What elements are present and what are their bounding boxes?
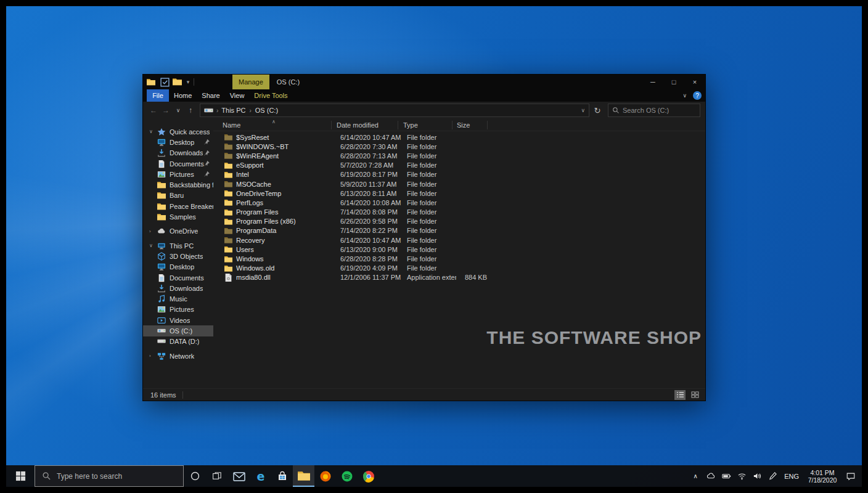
language-indicator[interactable]: ENG [783,473,800,480]
column-header-type[interactable]: Type [398,121,452,129]
file-name: eSupport [236,161,335,169]
sidebar-item-videos[interactable]: Videos [143,315,213,325]
sidebar-item-documents[interactable]: Documents [143,272,213,283]
taskbar-app-store[interactable] [271,465,293,487]
sidebar-item-desktop[interactable]: Desktop [143,262,213,272]
maximize-button[interactable]: □ [663,75,684,89]
qat-properties-button[interactable] [160,78,170,87]
tray-wifi-icon[interactable] [737,471,747,481]
tab-drive-tools[interactable]: Drive Tools [249,89,292,102]
explorer-search-input[interactable] [623,107,696,114]
tray-volume-icon[interactable] [752,471,762,481]
taskbar-app-firefox[interactable] [314,465,336,487]
help-button[interactable]: ? [693,91,702,100]
large-icons-view-button[interactable] [689,390,700,400]
file-row[interactable]: PerfLogs6/14/2020 10:08 AMFile folder [213,198,705,207]
breadcrumb-segment[interactable]: This PC [221,107,245,114]
tab-home[interactable]: Home [169,89,197,102]
sidebar-item-3d-objects[interactable]: 3D Objects [143,251,213,261]
taskbar-app-chrome[interactable] [358,465,379,487]
contextual-tab-header[interactable]: Manage [232,75,269,89]
folder-icon [157,213,166,221]
sidebar-item-this-pc[interactable]: ∨This PC [143,240,213,251]
chevron-down-icon[interactable]: ∨ [149,129,157,134]
chevron-down-icon[interactable]: ∨ [149,243,157,248]
sidebar-item-pictures[interactable]: Pictures [143,169,213,179]
file-row[interactable]: Windows.old6/19/2020 4:09 PMFile folder [213,264,705,273]
back-button[interactable]: ← [148,104,159,116]
taskbar-search-input[interactable] [57,472,176,481]
tray-onedrive-cloud-icon[interactable] [706,471,716,481]
file-row[interactable]: OneDriveTemp6/13/2020 8:11 AMFile folder [213,189,705,198]
file-row[interactable]: Windows6/28/2020 8:28 PMFile folder [213,254,705,263]
sidebar-item-backstabbing-for-be[interactable]: Backstabbing for Be... [143,179,213,190]
sidebar-item-desktop[interactable]: Desktop [143,137,213,147]
breadcrumb-chevron-icon[interactable]: › [216,107,218,114]
file-type: File folder [402,227,456,234]
file-row[interactable]: Program Files (x86)6/26/2020 9:58 PMFile… [213,217,705,226]
sidebar-item-peace-breaker-2017[interactable]: Peace Breaker (2017... [143,201,213,211]
refresh-button[interactable]: ↻ [591,104,604,117]
sort-ascending-icon[interactable]: ∧ [272,119,276,124]
explorer-search-box[interactable] [608,104,700,117]
qat-new-folder-button[interactable] [173,78,182,87]
file-row[interactable]: msdia80.dll12/1/2006 11:37 PMApplication… [213,273,705,282]
file-row[interactable]: Program Files7/14/2020 8:08 PMFile folde… [213,208,705,217]
taskbar-clock[interactable]: 4:01 PM 7/18/2020 [806,469,839,484]
chevron-right-icon[interactable]: › [149,353,157,359]
tab-file[interactable]: File [147,89,169,102]
breadcrumb-segment[interactable]: OS (C:) [255,107,278,114]
taskbar-search-box[interactable] [35,465,184,487]
sidebar-item-baru[interactable]: Baru [143,190,213,201]
address-bar[interactable]: › This PC›OS (C:) ∨ [200,104,589,117]
taskbar-app-edge[interactable]: e [250,465,271,487]
breadcrumb-chevron-icon[interactable]: › [249,107,251,114]
tray-chevron-up-icon[interactable]: ∧ [690,471,700,481]
tray-pen-icon[interactable] [768,471,777,481]
file-row[interactable]: $WINDOWS.~BT6/28/2020 7:30 AMFile folder [213,142,705,151]
chevron-right-icon[interactable]: › [149,229,157,234]
sidebar-item-documents[interactable]: Documents [143,158,213,169]
file-row[interactable]: MSOCache5/9/2020 11:37 AMFile folder [213,179,705,189]
recent-locations-button[interactable]: ∨ [173,104,184,116]
column-header-date-modified[interactable]: Date modified [332,121,398,129]
sidebar-item-data-d[interactable]: DATA (D:) [143,336,213,347]
file-row[interactable]: eSupport5/7/2020 7:28 AMFile folder [213,161,705,170]
sidebar-item-downloads[interactable]: Downloads [143,148,213,158]
sidebar-item-pictures[interactable]: Pictures [143,304,213,315]
sidebar-item-samples[interactable]: Samples [143,211,213,222]
folder-faded-icon [224,236,232,244]
sidebar-item-music[interactable]: Music [143,293,213,304]
file-row[interactable]: ProgramData7/14/2020 8:22 PMFile folder [213,226,705,235]
up-button[interactable]: ↑ [185,104,196,116]
tab-share[interactable]: Share [197,89,224,102]
tab-view[interactable]: View [225,89,250,102]
file-row[interactable]: $WinREAgent6/28/2020 7:13 AMFile folder [213,151,705,160]
status-divider [182,391,183,399]
file-row[interactable]: Intel6/19/2020 8:17 PMFile folder [213,170,705,179]
sidebar-item-network[interactable]: ›Network [143,351,213,361]
close-button[interactable]: × [684,75,705,89]
sidebar-item-downloads[interactable]: Downloads [143,283,213,293]
taskbar-app-file-explorer[interactable] [293,465,314,487]
address-dropdown-icon[interactable]: ∨ [581,107,585,113]
forward-button[interactable]: → [160,104,171,116]
taskbar-app-spotify[interactable] [336,465,358,487]
tray-battery-icon[interactable] [721,471,731,481]
start-button[interactable] [6,465,35,487]
sidebar-item-onedrive[interactable]: ›OneDrive [143,226,213,237]
taskbar-app-mail[interactable] [228,465,250,487]
sidebar-item-quick-access[interactable]: ∨Quick access [143,126,213,137]
details-view-button[interactable] [674,390,686,400]
minimize-button[interactable]: ─ [642,75,663,89]
task-view-button[interactable] [206,465,228,487]
ribbon-collapse-button[interactable]: ∨ [682,92,687,99]
qat-customize-button[interactable]: ▾ [185,78,191,87]
action-center-button[interactable] [845,470,857,483]
column-header-size[interactable]: Size [452,121,488,129]
sidebar-item-os-c[interactable]: OS (C:) [143,325,213,336]
cortana-button[interactable] [184,465,206,487]
file-row[interactable]: Recovery6/14/2020 10:47 AMFile folder [213,235,705,245]
file-row[interactable]: $SysReset6/14/2020 10:47 AMFile folder [213,132,705,142]
file-row[interactable]: Users6/13/2020 9:00 PMFile folder [213,245,705,254]
